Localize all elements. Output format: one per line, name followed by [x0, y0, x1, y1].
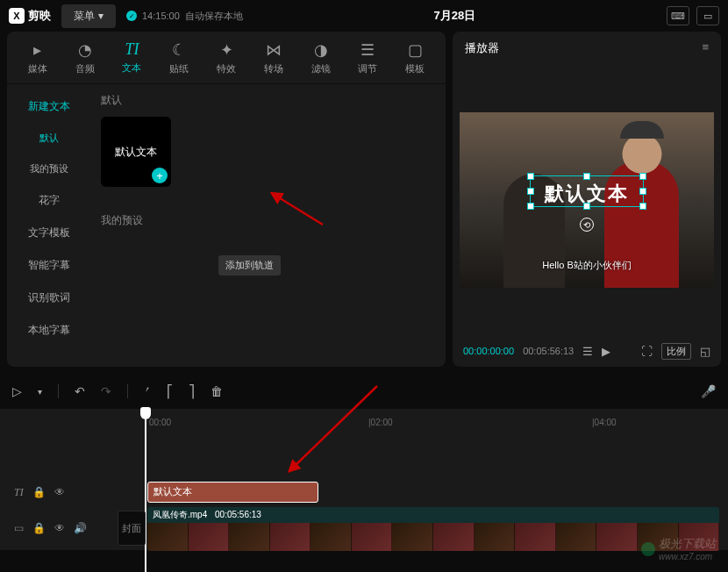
app-logo: X 剪映: [9, 8, 51, 24]
play-button[interactable]: ▶: [602, 345, 610, 358]
watermark-text: 极光下载站: [659, 536, 716, 552]
timeline-toolbar: ▷ ▾ ↶ ↷ ⎖ ⎡ ⎤ 🗑 🎤: [0, 374, 728, 409]
transition-icon: ⋈: [266, 40, 282, 60]
text-icon: TI: [125, 40, 139, 59]
sidebar-item-lyrics[interactable]: 识别歌词: [14, 282, 83, 313]
sidebar-item-new-text[interactable]: 新建文本: [14, 91, 83, 122]
cover-button[interactable]: 封面: [118, 511, 146, 546]
section-preset-label: 我的预设: [101, 213, 435, 228]
ruler-mark: 00:00: [149, 418, 171, 427]
list-icon[interactable]: ☰: [582, 345, 593, 358]
ruler-mark: |02:00: [368, 418, 393, 427]
tab-text[interactable]: TI文本: [109, 40, 156, 75]
player-viewport[interactable]: 默认文本 ⟲ Hello B站的小伙伴们: [453, 65, 721, 335]
player-panel: 播放器 ≡ 默认文本 ⟲ Hello B站的小伙伴们: [453, 32, 721, 367]
trim-right-tool[interactable]: ⎤: [189, 384, 195, 398]
card-text-label: 默认文本: [115, 145, 157, 160]
menu-label: 菜单: [74, 9, 95, 24]
tab-effects[interactable]: ✦特效: [203, 40, 250, 75]
sticker-icon: ☾: [172, 40, 186, 60]
timeline[interactable]: 00:00 |02:00 |04:00 TI 🔒 👁 默认文本 ▭ 🔒 👁 🔊 …: [0, 409, 728, 550]
mic-icon[interactable]: 🎤: [701, 384, 716, 398]
template-icon: ▢: [408, 40, 423, 60]
player-menu-icon[interactable]: ≡: [702, 40, 709, 56]
default-text-card[interactable]: 默认文本 +: [101, 117, 171, 187]
ruler-mark: |04:00: [592, 418, 617, 427]
audio-icon: ◔: [78, 40, 92, 60]
tab-transition[interactable]: ⋈转场: [250, 40, 297, 75]
export-icon[interactable]: ◱: [700, 345, 710, 358]
assets-panel: ▸媒体 ◔音频 TI文本 ☾贴纸 ✦特效 ⋈转场 ◑滤镜 ☰调节 ▢模板 新建文…: [7, 32, 446, 367]
text-sidebar: 新建文本 默认 我的预设 花字 文字模板 智能字幕 识别歌词 本地字幕: [7, 84, 90, 367]
timeline-ruler[interactable]: 00:00 |02:00 |04:00: [0, 412, 728, 432]
player-title: 播放器: [465, 40, 499, 56]
text-track-row: TI 🔒 👁: [0, 480, 728, 504]
lock-icon[interactable]: 🔒: [32, 486, 46, 498]
sidebar-item-auto-caption[interactable]: 智能字幕: [14, 250, 83, 281]
add-to-track-button[interactable]: +: [152, 168, 168, 183]
mute-icon[interactable]: 🔊: [74, 522, 87, 534]
undo-button[interactable]: ↶: [75, 384, 85, 398]
watermark-icon: [641, 542, 655, 556]
sidebar-item-my-preset[interactable]: 我的预设: [14, 154, 83, 183]
project-title: 7月28日: [253, 8, 656, 24]
adjust-icon: ☰: [360, 40, 375, 60]
save-status: ✓ 14:15:00 自动保存本地: [126, 10, 243, 23]
watermark: 极光下载站 www.xz7.com: [641, 536, 716, 561]
select-tool[interactable]: ▷: [12, 384, 22, 398]
section-default-label: 默认: [101, 93, 435, 108]
player-controls: 00:00:00:00 00:05:56:13 ☰ ▶ ⛶ 比例 ◱: [453, 335, 721, 367]
tab-adjust[interactable]: ☰调节: [344, 40, 391, 75]
video-thumbnails: [147, 523, 719, 551]
eye-icon[interactable]: 👁: [54, 522, 65, 534]
sidebar-item-default[interactable]: 默认: [14, 124, 83, 153]
keyboard-icon[interactable]: ⌨: [667, 6, 689, 25]
logo-icon: X: [9, 8, 25, 24]
tab-audio[interactable]: ◔音频: [61, 40, 109, 75]
video-clip-name: 凤凰传奇.mp4: [153, 510, 207, 519]
text-clip-label: 默认文本: [153, 486, 192, 497]
rotate-handle-icon[interactable]: ⟲: [580, 218, 594, 232]
ratio-button[interactable]: 比例: [661, 343, 691, 360]
lock-icon[interactable]: 🔒: [32, 522, 46, 534]
video-track-icon: ▭: [14, 522, 24, 534]
video-clip-duration: 00:05:56:13: [215, 510, 261, 519]
sidebar-item-text-template[interactable]: 文字模板: [14, 218, 83, 248]
fullscreen-icon[interactable]: ⛶: [641, 345, 653, 358]
video-clip[interactable]: 凤凰传奇.mp4 00:05:56:13: [147, 507, 719, 551]
text-content-area: 默认 默认文本 + 添加到轨道 我的预设: [90, 84, 446, 367]
split-tool[interactable]: ⎖: [144, 384, 151, 398]
app-name: 剪映: [28, 8, 51, 24]
tab-media[interactable]: ▸媒体: [14, 40, 61, 75]
save-time: 14:15:00: [142, 11, 180, 21]
sidebar-item-fancy[interactable]: 花字: [14, 185, 83, 216]
text-clip[interactable]: 默认文本: [147, 482, 318, 503]
select-dropdown-icon[interactable]: ▾: [38, 387, 42, 397]
tab-sticker[interactable]: ☾贴纸: [155, 40, 203, 75]
save-text: 自动保存本地: [185, 10, 243, 23]
watermark-url: www.xz7.com: [659, 552, 716, 561]
time-total: 00:05:56:13: [523, 346, 574, 356]
trim-left-tool[interactable]: ⎡: [167, 384, 173, 398]
eye-icon[interactable]: 👁: [54, 486, 65, 498]
filter-icon: ◑: [314, 40, 328, 60]
redo-button[interactable]: ↷: [101, 384, 111, 398]
topbar: X 剪映 菜单 ▾ ✓ 14:15:00 自动保存本地 7月28日 ⌨ ▭: [0, 0, 728, 32]
time-current: 00:00:00:00: [463, 346, 514, 356]
effects-icon: ✦: [220, 40, 233, 60]
delete-tool[interactable]: 🗑: [211, 384, 223, 398]
chevron-down-icon: ▾: [98, 10, 103, 22]
tooltip: 添加到轨道: [218, 255, 281, 275]
subtitle-text: Hello B站的小伙伴们: [542, 259, 631, 272]
tab-filter[interactable]: ◑滤镜: [297, 40, 345, 75]
asset-tabs: ▸媒体 ◔音频 TI文本 ☾贴纸 ✦特效 ⋈转场 ◑滤镜 ☰调节 ▢模板: [7, 32, 446, 84]
video-frame: 默认文本 ⟲ Hello B站的小伙伴们: [460, 112, 714, 288]
text-overlay[interactable]: 默认文本: [545, 181, 629, 207]
layout-icon[interactable]: ▭: [696, 6, 719, 25]
menu-button[interactable]: 菜单 ▾: [61, 4, 116, 28]
tab-template[interactable]: ▢模板: [391, 40, 439, 75]
media-icon: ▸: [33, 40, 41, 60]
text-track-icon: TI: [14, 486, 24, 499]
check-icon: ✓: [126, 11, 137, 21]
sidebar-item-local-caption[interactable]: 本地字幕: [14, 315, 83, 346]
